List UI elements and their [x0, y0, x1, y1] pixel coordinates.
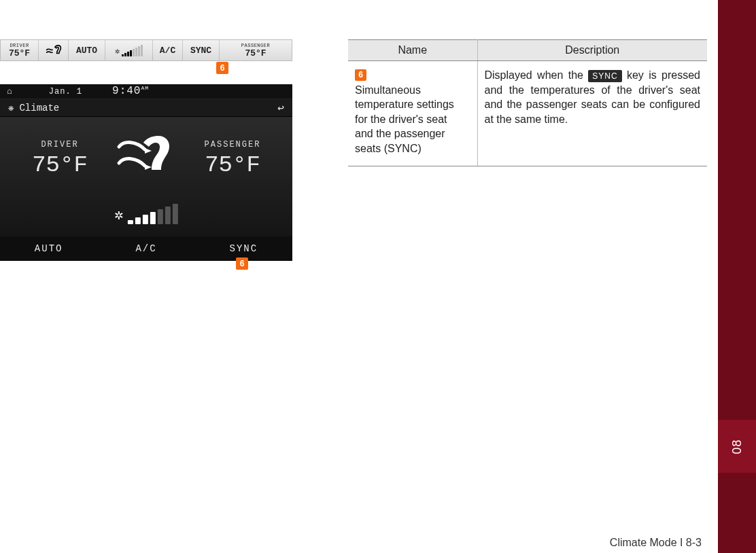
table-row: 6Simultaneous temperature settings for t…: [348, 61, 707, 166]
back-icon: ↩: [277, 101, 284, 115]
btn-auto: AUTO: [0, 243, 97, 254]
topbar-driver-temp: 75°F: [9, 48, 30, 58]
fan-icon: ✲: [114, 206, 123, 224]
callout-marker-bottom: 6: [236, 257, 248, 270]
row-number-badge: 6: [355, 69, 366, 81]
topbar-sync: SYNC: [190, 46, 211, 56]
topbar-auto: AUTO: [76, 46, 97, 56]
airflow-figure-icon: [105, 129, 187, 183]
topbar-driver-label: DRIVER: [10, 43, 29, 48]
topbar-passenger-label: PASSENGER: [241, 43, 270, 48]
callout-marker-top: 6: [216, 62, 228, 74]
right-column: Name Description 6Simultaneous temperatu…: [348, 39, 707, 166]
status-time: 9:40AM: [112, 85, 149, 97]
btn-ac: A/C: [97, 243, 194, 254]
fan-icon: ✲: [115, 46, 120, 56]
topbar-fan-level: ✲: [115, 45, 143, 56]
hvac-topbar-screenshot: DRIVER 75°F AUTO ✲ A/C SYNC P: [0, 39, 292, 61]
th-desc: Description: [477, 40, 707, 61]
passenger-temp: 75°F: [185, 152, 280, 178]
breadcrumb-title: Climate: [19, 103, 59, 113]
row-name: Simultaneous temperature settings for th…: [355, 83, 457, 156]
topbar-passenger-temp: 75°F: [245, 48, 266, 58]
vent-mode-icon: [45, 43, 63, 57]
status-bar: ⌂ Jan. 1 9:40AM: [0, 84, 292, 99]
passenger-label: PASSENGER: [185, 140, 280, 149]
breadcrumb-bar: ❋ Climate ↩: [0, 99, 292, 117]
topbar-ac: A/C: [160, 46, 175, 56]
sync-key-badge: SYNC: [588, 70, 621, 82]
chapter-tab: 08: [718, 420, 756, 473]
climate-body: DRIVER 75°F PASSENGER 75°F ✲: [0, 117, 292, 236]
status-date: Jan. 1: [49, 87, 82, 96]
row-description: Displayed when the SYNC key is pressed a…: [477, 61, 707, 166]
home-icon: ⌂: [7, 86, 12, 96]
left-column: DRIVER 75°F AUTO ✲ A/C SYNC P: [0, 39, 292, 61]
btn-sync: SYNC: [195, 243, 292, 254]
page-footer: Climate Mode I 8-3: [610, 537, 702, 549]
driver-temp-block: DRIVER 75°F: [12, 140, 107, 178]
chapter-number: 08: [730, 439, 744, 454]
passenger-temp-block: PASSENGER 75°F: [185, 140, 280, 178]
driver-temp: 75°F: [12, 152, 107, 178]
th-name: Name: [348, 40, 477, 61]
driver-label: DRIVER: [12, 140, 107, 149]
fan-level-indicator: ✲: [114, 204, 178, 224]
description-table: Name Description 6Simultaneous temperatu…: [348, 39, 707, 166]
bottom-button-bar: AUTO A/C SYNC: [0, 236, 292, 261]
hvac-screen-screenshot: ⌂ Jan. 1 9:40AM ❋ Climate ↩ DRIVER 75°F …: [0, 84, 292, 261]
climate-icon: ❋: [8, 102, 14, 113]
